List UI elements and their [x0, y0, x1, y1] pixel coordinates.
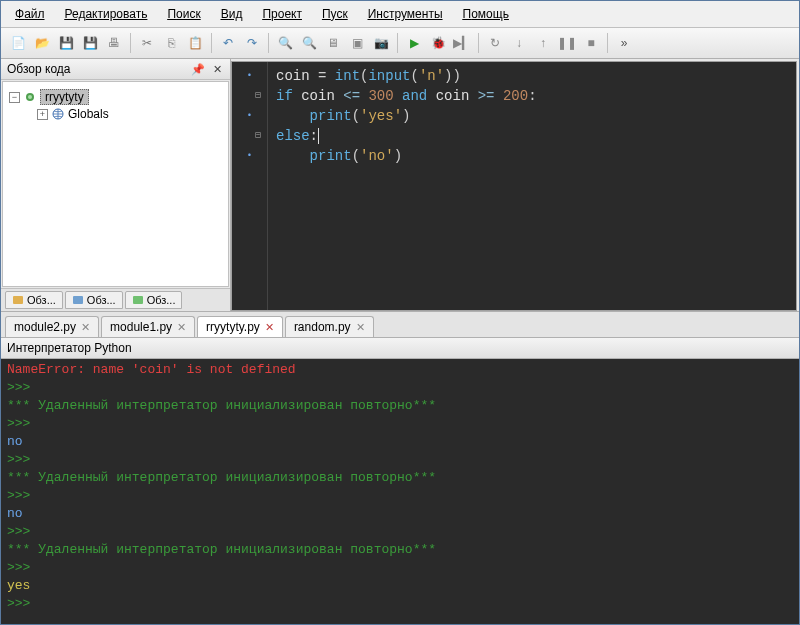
copy-icon[interactable]: ⎘: [160, 32, 182, 54]
tree-child[interactable]: + Globals: [9, 106, 222, 122]
console[interactable]: NameError: name 'coin' is not defined>>>…: [1, 359, 799, 625]
step-out-icon[interactable]: ↑: [532, 32, 554, 54]
menu-файл[interactable]: Файл: [11, 5, 49, 23]
menu-вид[interactable]: Вид: [217, 5, 247, 23]
side-tabs: Обз...Обз...Обз...: [1, 288, 230, 311]
save-all-icon[interactable]: 💾: [79, 32, 101, 54]
tab-icon: [72, 294, 84, 306]
console-line: *** Удаленный интерпретатор инициализиро…: [7, 397, 793, 415]
tree-root[interactable]: − rryytyty: [9, 88, 222, 106]
redo-icon[interactable]: ↷: [241, 32, 263, 54]
code-line[interactable]: else:: [276, 126, 788, 146]
file-tab-label: rryytyty.py: [206, 320, 260, 334]
console-line: >>>: [7, 379, 793, 397]
module-icon: [24, 91, 36, 103]
tab-icon: [12, 294, 24, 306]
side-tab-2[interactable]: Обз...: [125, 291, 183, 309]
print-icon[interactable]: 🖶: [103, 32, 125, 54]
code-line[interactable]: if coin <= 300 and coin >= 200:: [276, 86, 788, 106]
console-line: no: [7, 505, 793, 523]
debug-icon[interactable]: 🐞: [427, 32, 449, 54]
line-marker: •: [236, 106, 263, 126]
run-to-icon[interactable]: ▶▎: [451, 32, 473, 54]
side-tab-label: Обз...: [87, 294, 116, 306]
side-tab-label: Обз...: [27, 294, 56, 306]
console-line: >>>: [7, 559, 793, 577]
cut-icon[interactable]: ✂: [136, 32, 158, 54]
separator: [268, 33, 269, 53]
pause-icon[interactable]: ❚❚: [556, 32, 578, 54]
menu-помощь[interactable]: Помощь: [459, 5, 513, 23]
tree-root-label: rryytyty: [40, 89, 89, 105]
editor-wrap: •⊟•⊟• coin = int(input('n'))if coin <= 3…: [231, 61, 797, 311]
console-line: *** Удаленный интерпретатор инициализиро…: [7, 541, 793, 559]
collapse-icon[interactable]: −: [9, 92, 20, 103]
tree-child-label: Globals: [68, 107, 109, 121]
menu-поиск[interactable]: Поиск: [163, 5, 204, 23]
cursor: [318, 128, 319, 144]
side-tab-0[interactable]: Обз...: [5, 291, 63, 309]
file-tab-random-py[interactable]: random.py✕: [285, 316, 374, 337]
menu-инструменты[interactable]: Инструменты: [364, 5, 447, 23]
new-file-icon[interactable]: 📄: [7, 32, 29, 54]
side-tab-1[interactable]: Обз...: [65, 291, 123, 309]
close-tab-icon[interactable]: ✕: [81, 321, 90, 334]
step-over-icon[interactable]: ↻: [484, 32, 506, 54]
close-tab-icon[interactable]: ✕: [177, 321, 186, 334]
explorer-icon[interactable]: 📷: [370, 32, 392, 54]
code-line[interactable]: print('no'): [276, 146, 788, 166]
find-icon[interactable]: 🔍: [274, 32, 296, 54]
code-area[interactable]: coin = int(input('n'))if coin <= 300 and…: [268, 62, 796, 310]
separator: [211, 33, 212, 53]
open-icon[interactable]: 📂: [31, 32, 53, 54]
code-line[interactable]: print('yes'): [276, 106, 788, 126]
code-editor[interactable]: •⊟•⊟• coin = int(input('n'))if coin <= 3…: [232, 62, 796, 310]
file-tab-rryytyty-py[interactable]: rryytyty.py✕: [197, 316, 283, 337]
expand-icon[interactable]: +: [37, 109, 48, 120]
replace-icon[interactable]: 🔍: [298, 32, 320, 54]
toolbar: 📄📂💾💾🖶✂⎘📋↶↷🔍🔍🖥▣📷▶🐞▶▎↻↓↑❚❚■»: [1, 28, 799, 59]
side-tab-label: Обз...: [147, 294, 176, 306]
tab-icon: [132, 294, 144, 306]
file-tabs: module2.py✕module1.py✕rryytyty.py✕random…: [1, 311, 799, 338]
stop-icon[interactable]: ■: [580, 32, 602, 54]
close-tab-icon[interactable]: ✕: [265, 321, 274, 334]
svg-rect-5: [133, 296, 143, 304]
step-into-icon[interactable]: ↓: [508, 32, 530, 54]
file-tab-module1-py[interactable]: module1.py✕: [101, 316, 195, 337]
console-line: *** Удаленный интерпретатор инициализиро…: [7, 469, 793, 487]
menu-пуск[interactable]: Пуск: [318, 5, 352, 23]
goto-icon[interactable]: 🖥: [322, 32, 344, 54]
menubar: ФайлРедактироватьПоискВидПроектПускИнстр…: [1, 1, 799, 28]
close-icon[interactable]: ✕: [211, 63, 224, 76]
paste-icon[interactable]: 📋: [184, 32, 206, 54]
save-icon[interactable]: 💾: [55, 32, 77, 54]
pin-icon[interactable]: 📌: [189, 63, 207, 76]
side-panel-label: Обзор кода: [7, 62, 70, 76]
close-tab-icon[interactable]: ✕: [356, 321, 365, 334]
console-line: >>>: [7, 595, 793, 613]
separator: [397, 33, 398, 53]
interpreter-label: Интерпретатор Python: [7, 341, 132, 355]
menu-проект[interactable]: Проект: [258, 5, 306, 23]
file-tab-label: random.py: [294, 320, 351, 334]
file-tab-module2-py[interactable]: module2.py✕: [5, 316, 99, 337]
more-icon[interactable]: »: [613, 32, 635, 54]
console-line: >>>: [7, 523, 793, 541]
menu-редактировать[interactable]: Редактировать: [61, 5, 152, 23]
undo-icon[interactable]: ↶: [217, 32, 239, 54]
run-icon[interactable]: ▶: [403, 32, 425, 54]
svg-rect-3: [13, 296, 23, 304]
separator: [607, 33, 608, 53]
code-line[interactable]: coin = int(input('n')): [276, 66, 788, 86]
fold-icon[interactable]: ⊟: [236, 126, 263, 146]
code-tree[interactable]: − rryytyty + Globals: [2, 81, 229, 287]
cmd-icon[interactable]: ▣: [346, 32, 368, 54]
interpreter-title: Интерпретатор Python: [1, 338, 799, 359]
globals-icon: [52, 108, 64, 120]
fold-icon[interactable]: ⊟: [236, 86, 263, 106]
side-panel-title: Обзор кода 📌 ✕: [1, 59, 230, 80]
line-marker: •: [236, 66, 263, 86]
console-line: NameError: name 'coin' is not defined: [7, 361, 793, 379]
file-tab-label: module2.py: [14, 320, 76, 334]
